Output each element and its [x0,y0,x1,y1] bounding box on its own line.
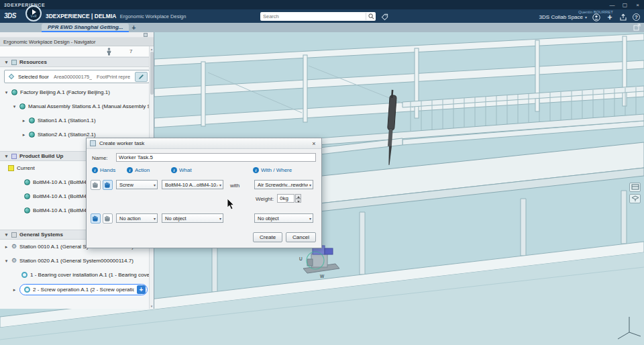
dialog-body: Name: i Hands i Action i What i With / W… [87,149,321,248]
tree-item-station-0020[interactable]: ⚙ Station 0020 A.1 (General System000000… [0,254,154,268]
collab-space-selector[interactable]: 3DS Collab Space ▾ [539,14,587,20]
navigator-title: Ergonomic Workplace Design - Navigator [0,38,154,46]
compass-u-label: U [299,256,303,261]
tag-icon[interactable] [380,12,389,21]
product-name: DELMIA [95,13,117,19]
screen-panel-icon[interactable] [629,183,641,192]
section-resources[interactable]: Resources [0,57,154,67]
3ds-logo: 3DS [4,12,16,19]
panel-options-icon[interactable] [144,33,148,37]
collapse-arrow-icon[interactable] [4,154,9,159]
dialog-title: Create worker task [99,140,144,146]
edit-floor-button[interactable] [135,72,148,82]
info-icon[interactable]: i [171,167,177,173]
operation-icon [21,272,28,278]
profile-icon[interactable] [592,13,600,21]
compass-w-label: W [320,274,325,279]
action-dropdown-row1[interactable]: Screw ▾ [116,180,158,189]
tree-item-station1[interactable]: Station1 A.1 (Station1.1) [0,113,154,128]
expand-viewport-icon[interactable] [633,23,641,31]
chevron-down-icon: ▾ [219,216,221,221]
search-icon[interactable] [366,13,376,20]
dropdown-value: BoltM4-10 A...oltM4-10.4) [165,182,218,188]
tab-ppr-ewd-shanghai[interactable]: PPR EWD Shanghai Getting... [42,23,129,32]
expand-arrow-icon[interactable] [12,287,17,293]
search-box [260,12,376,21]
tree-item-factory-beijing[interactable]: Factory Beijing A.1 (Factory Beijing.1) [0,85,154,99]
left-hand-icon[interactable] [91,213,101,224]
task-name-input[interactable] [116,153,316,162]
column-label: What [179,167,192,173]
where-dropdown-row2[interactable]: No object ▾ [254,213,313,223]
section-label: Resources [19,59,47,65]
add-app-icon[interactable]: + [606,13,614,21]
tab-bar: PPR EWD Shanghai Getting... + [0,23,644,32]
tree-item-label: Current [17,165,35,171]
what-dropdown-row1[interactable]: BoltM4-10 A...oltM4-10.4) ▾ [162,180,223,189]
cancel-button[interactable]: Cancel [286,232,316,242]
action-dropdown-row2[interactable]: No action ▾ [116,213,158,223]
weight-stepper[interactable] [295,194,301,203]
expand-arrow-icon[interactable] [21,132,26,138]
where-dropdown-row1[interactable]: Air Screwdriv...rewdriver.1) ▾ [254,180,313,189]
dropdown-value: Screw [119,182,152,188]
minimize-button[interactable]: — [606,0,619,9]
dialog-close-icon[interactable]: × [310,140,318,147]
info-icon[interactable]: i [253,167,259,173]
tree-item-bearing-cover-operation[interactable]: 1 - Bearing cover installation A.1 (1 - … [0,268,154,282]
maximize-button[interactable]: ▢ [619,0,631,9]
viewport-side-tools [629,183,641,203]
app-header: 3DS V+R 3DEXPERIENCE | DELMIA Ergonomic … [0,9,644,23]
compass-icon[interactable]: V+R [25,5,42,21]
mouse-cursor [227,199,235,211]
section-label: Product Build Up [19,153,63,159]
part-icon [24,207,30,213]
collapse-arrow-icon[interactable] [4,90,9,95]
info-icon[interactable]: i [127,167,133,173]
column-action: i Action [127,167,150,173]
collapse-arrow-icon[interactable] [4,232,9,238]
part-icon [24,193,30,199]
help-icon[interactable]: ? [633,13,640,21]
collapse-arrow-icon[interactable] [12,104,17,109]
navigator-toolbar: 7 [0,46,154,57]
weight-input[interactable] [277,194,294,203]
window-titlebar: 3DEXPERIENCE — ▢ × [0,0,644,9]
assign-operation-button[interactable]: + [137,285,146,294]
expand-arrow-icon[interactable] [21,118,26,124]
column-with-where: i With / Where [253,167,292,173]
tree-item-label: 2 - Screw operation A.1 (2 - Screw opera… [33,287,134,293]
chevron-down-icon: ▾ [219,183,221,187]
tree-item-manual-assembly-stations[interactable]: Manual Assembly Stations A.1 (Manual Ass… [0,99,154,113]
expand-arrow-icon[interactable] [4,244,9,250]
column-label: Action [135,167,150,173]
collapse-arrow-icon[interactable] [4,258,9,264]
resources-section-icon [11,60,17,65]
step-down-icon[interactable] [295,199,301,203]
left-hand-icon[interactable] [91,180,101,190]
right-hand-icon[interactable] [103,213,113,224]
create-button[interactable]: Create [253,232,282,242]
section-label: General Systems [19,232,63,238]
info-icon[interactable]: i [92,167,98,173]
manikin-icon[interactable] [106,48,112,56]
new-tab-button[interactable]: + [129,23,138,32]
close-button[interactable]: × [631,0,644,9]
part-icon [24,179,30,185]
with-label: with [230,183,239,189]
collapse-arrow-icon[interactable] [4,60,9,65]
selected-floor-row[interactable]: Selected floor Area000000175_A... FootPr… [4,70,150,83]
view-cube-icon[interactable] [629,194,641,203]
dropdown-value: Air Screwdriv...rewdriver.1) [258,182,308,188]
scrollbar-thumb[interactable] [150,52,154,95]
search-input[interactable] [260,13,366,19]
scroll-up-icon[interactable] [151,46,153,52]
right-hand-icon[interactable] [103,180,113,190]
tree-item-screw-operation: 2 - Screw operation A.1 (2 - Screw opera… [0,282,154,297]
floor-area-value: Area000000175_A... [54,74,92,80]
scroll-down-icon[interactable] [151,303,153,309]
share-icon[interactable] [619,13,627,21]
dialog-titlebar[interactable]: Create worker task × [87,138,321,149]
what-dropdown-row2[interactable]: No object ▾ [162,213,223,223]
tree-item-selected[interactable]: 2 - Screw operation A.1 (2 - Screw opera… [19,284,148,295]
